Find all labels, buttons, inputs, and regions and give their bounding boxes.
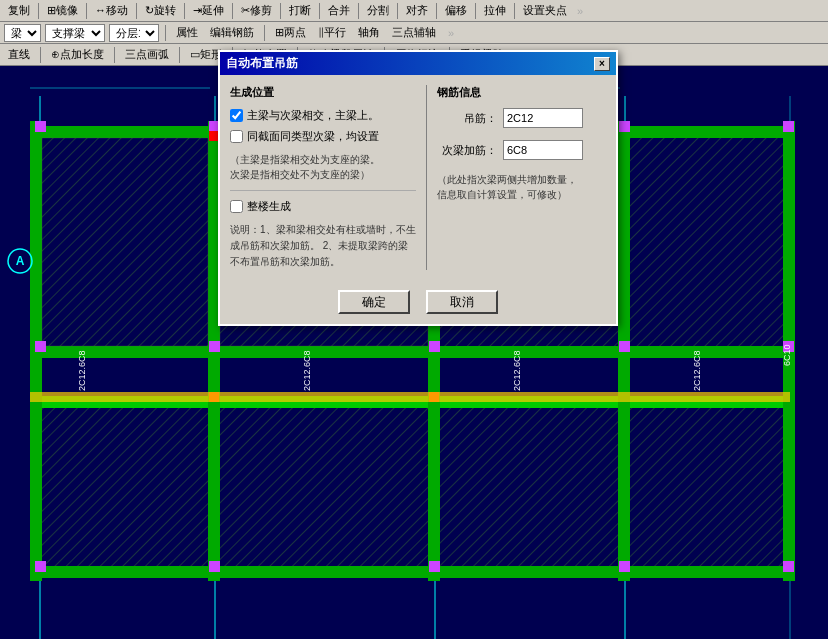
- note-beam-definition: （主梁是指梁相交处为支座的梁。次梁是指相交处不为支座的梁）: [230, 152, 416, 182]
- svg-rect-12: [30, 566, 790, 578]
- checkbox-row-1: 主梁与次梁相交，主梁上。: [230, 108, 416, 123]
- dialog-right-column: 钢筋信息 吊筋： 次梁加筋： （此处指次梁两侧共增加数量，信息取自计算设置，可修…: [426, 85, 606, 270]
- checkbox-row-3: 整楼生成: [230, 199, 416, 214]
- checkbox-whole-floor[interactable]: [230, 200, 243, 213]
- dialog-buttons: 确定 取消: [230, 282, 606, 314]
- svg-text:2C12.6C8: 2C12.6C8: [692, 350, 702, 391]
- tb-offset[interactable]: 偏移: [441, 2, 471, 19]
- field-hangbar-label: 吊筋：: [437, 111, 497, 126]
- field-row-hangbar: 吊筋：: [437, 108, 606, 128]
- tb-arc[interactable]: 三点画弧: [121, 46, 173, 63]
- tb-copy[interactable]: 复制: [4, 2, 34, 19]
- svg-rect-34: [35, 341, 46, 352]
- svg-rect-10: [30, 346, 790, 358]
- svg-rect-26: [220, 408, 428, 566]
- tb-parallel[interactable]: ∥平行: [314, 24, 350, 41]
- notice-text: 说明：1、梁和梁相交处有柱或墙时，不生成吊筋和次梁加筋。 2、未提取梁跨的梁不布…: [230, 224, 416, 267]
- svg-rect-41: [429, 561, 440, 572]
- tb-property[interactable]: 属性: [172, 24, 202, 41]
- toolbar-second: 梁 支撑梁 分层1 属性 编辑钢筋 ⊞两点 ∥平行 轴角 三点辅轴 »: [0, 22, 828, 44]
- ok-button[interactable]: 确定: [338, 290, 410, 314]
- checkbox-main-beam-label: 主梁与次梁相交，主梁上。: [247, 108, 379, 123]
- tb-merge[interactable]: 合并: [324, 2, 354, 19]
- checkbox-whole-floor-label: 整楼生成: [247, 199, 291, 214]
- svg-rect-32: [619, 121, 630, 132]
- svg-rect-20: [42, 138, 208, 346]
- svg-text:A: A: [16, 254, 25, 268]
- dialog-title: 自动布置吊筋: [226, 55, 298, 72]
- tb-grip[interactable]: 设置夹点: [519, 2, 571, 19]
- checkbox-same-type[interactable]: [230, 130, 243, 143]
- tb-move[interactable]: ↔移动: [91, 2, 132, 19]
- svg-rect-39: [35, 561, 46, 572]
- tb-align[interactable]: 对齐: [402, 2, 432, 19]
- dialog-columns: 生成位置 主梁与次梁相交，主梁上。 同截面同类型次梁，均设置 （主梁是指梁相交处…: [230, 85, 606, 270]
- toolbar-top: 复制 ⊞镜像 ↔移动 ↻旋转 ⇥延伸 ✂修剪 打断 合并 分割 对齐 偏移 拉伸…: [0, 0, 828, 22]
- field-addbar-input[interactable]: [503, 140, 583, 160]
- svg-text:2C12.6C8: 2C12.6C8: [302, 350, 312, 391]
- tb-three-axis[interactable]: 三点辅轴: [388, 24, 440, 41]
- svg-rect-47: [30, 392, 790, 402]
- svg-rect-36: [429, 341, 440, 352]
- tb-stretch[interactable]: 拉伸: [480, 2, 510, 19]
- tb-extend[interactable]: ⇥延伸: [189, 2, 228, 19]
- tb-edit-rebar[interactable]: 编辑钢筋: [206, 24, 258, 41]
- cancel-button[interactable]: 取消: [426, 290, 498, 314]
- tb-axis-angle[interactable]: 轴角: [354, 24, 384, 41]
- checkbox-main-beam[interactable]: [230, 109, 243, 122]
- svg-rect-35: [209, 341, 220, 352]
- select-layer[interactable]: 分层1: [109, 24, 159, 42]
- tb-mirror[interactable]: ⊞镜像: [43, 2, 82, 19]
- svg-rect-25: [42, 408, 208, 566]
- tb-line[interactable]: 直线: [4, 46, 34, 63]
- select-beam-type[interactable]: 梁: [4, 24, 41, 42]
- svg-rect-29: [35, 121, 46, 132]
- tb-two-point[interactable]: ⊞两点: [271, 24, 310, 41]
- dialog-auto-place-hangbar: 自动布置吊筋 × 生成位置 主梁与次梁相交，主梁上。 同截面同类型次梁，均设置 …: [218, 50, 618, 326]
- dialog-body: 生成位置 主梁与次梁相交，主梁上。 同截面同类型次梁，均设置 （主梁是指梁相交处…: [220, 75, 616, 324]
- svg-rect-37: [619, 341, 630, 352]
- field-row-addbar: 次梁加筋：: [437, 140, 606, 160]
- svg-text:2C12.6C8: 2C12.6C8: [77, 350, 87, 391]
- field-addbar-label: 次梁加筋：: [437, 143, 497, 158]
- select-support-beam[interactable]: 支撑梁: [45, 24, 105, 42]
- checkbox-row-2: 同截面同类型次梁，均设置: [230, 129, 416, 144]
- tb-break[interactable]: 打断: [285, 2, 315, 19]
- tb-point-extend[interactable]: ⊕点加长度: [47, 46, 108, 63]
- section-left-title: 生成位置: [230, 85, 416, 100]
- svg-rect-33: [783, 121, 794, 132]
- field-hangbar-input[interactable]: [503, 108, 583, 128]
- svg-rect-28: [630, 408, 783, 566]
- checkbox-same-type-label: 同截面同类型次梁，均设置: [247, 129, 379, 144]
- dialog-left-column: 生成位置 主梁与次梁相交，主梁上。 同截面同类型次梁，均设置 （主梁是指梁相交处…: [230, 85, 426, 270]
- tb-trim[interactable]: ✂修剪: [237, 2, 276, 19]
- tb-rotate[interactable]: ↻旋转: [141, 2, 180, 19]
- section-right-title: 钢筋信息: [437, 85, 606, 100]
- svg-rect-24: [630, 138, 783, 346]
- section-bottom: 整楼生成: [230, 190, 416, 214]
- svg-text:2C12.6C8: 2C12.6C8: [512, 350, 522, 391]
- field-note: （此处指次梁两侧共增加数量，信息取自计算设置，可修改）: [437, 172, 606, 202]
- dialog-close-button[interactable]: ×: [594, 57, 610, 71]
- svg-rect-27: [440, 408, 618, 566]
- tb-split[interactable]: 分割: [363, 2, 393, 19]
- dialog-titlebar: 自动布置吊筋 ×: [220, 52, 616, 75]
- svg-text:6C10: 6C10: [782, 344, 792, 366]
- notice-box: 说明：1、梁和梁相交处有柱或墙时，不生成吊筋和次梁加筋。 2、未提取梁跨的梁不布…: [230, 222, 416, 270]
- svg-rect-43: [783, 561, 794, 572]
- svg-rect-42: [619, 561, 630, 572]
- svg-rect-40: [209, 561, 220, 572]
